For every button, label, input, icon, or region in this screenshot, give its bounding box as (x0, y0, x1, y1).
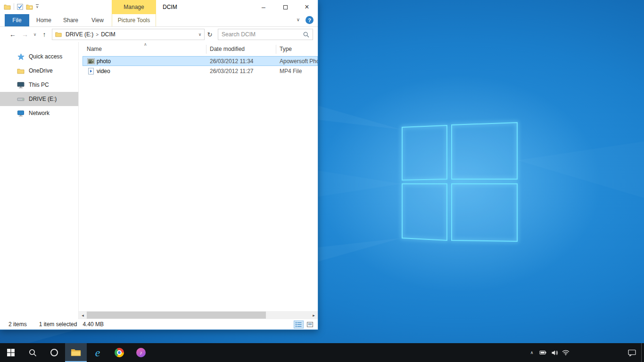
start-button[interactable] (0, 343, 22, 362)
file-type: MP4 File (280, 68, 318, 74)
breadcrumb-folder[interactable]: DCIM (99, 31, 117, 38)
manage-contextual-group[interactable]: Manage (112, 0, 156, 14)
tray-show-hidden-icons-chevron-icon[interactable]: ∧ (526, 343, 537, 362)
taskbar-chrome-button[interactable] (108, 343, 130, 362)
sidebar-item-this-pc[interactable]: This PC (0, 78, 78, 92)
explorer-main: Quick access OneDrive This PC DRIVE (E:) (0, 42, 318, 319)
logo-pane-top-left (402, 125, 447, 180)
close-button[interactable]: × (296, 0, 318, 14)
breadcrumb-drive[interactable]: DRIVE (E:) (64, 31, 95, 38)
sidebar-item-label: Quick access (29, 53, 62, 60)
logo-pane-bottom-right (452, 184, 517, 241)
windows-start-icon (7, 349, 15, 356)
column-headers: ∧ Name Date modified Type (79, 43, 318, 55)
file-date-modified: 26/03/2012 11:34 (210, 58, 254, 65)
file-explorer-icon (71, 348, 81, 356)
taskbar-internet-explorer-button[interactable]: e (87, 343, 108, 362)
network-icon (17, 109, 25, 117)
taskbar-file-explorer-button[interactable] (65, 343, 87, 362)
address-dropdown-chevron-icon[interactable]: ∨ (196, 32, 204, 37)
action-center-button[interactable] (622, 343, 641, 362)
ribbon-tab-row: File Home Share View Picture Tools ∨ ? (0, 14, 318, 27)
qat-customize-chevron-icon[interactable]: ∨ (36, 4, 39, 9)
volume-icon[interactable] (549, 343, 560, 362)
file-row-video[interactable]: video 26/03/2012 11:27 MP4 File (79, 66, 318, 76)
forward-button[interactable]: → (19, 31, 31, 38)
address-box[interactable]: DRIVE (E:) > DCIM ∨ (52, 29, 205, 40)
sidebar-item-onedrive[interactable]: OneDrive (0, 64, 78, 78)
address-bar: ← → ∨ ↑ DRIVE (E:) > DCIM ∨ ↻ (0, 27, 318, 42)
scroll-right-arrow-icon[interactable]: ▸ (310, 311, 318, 319)
cortana-icon (50, 349, 58, 356)
sidebar-item-drive-e[interactable]: DRIVE (E:) (0, 92, 78, 106)
photo-file-icon (87, 58, 95, 64)
logo-pane-bottom-left (402, 184, 447, 240)
file-type: Apowersoft Pho (280, 58, 318, 65)
column-header-date-modified[interactable]: Date modified (210, 46, 245, 52)
large-icons-view-icon (307, 322, 313, 327)
itunes-icon: ♪ (136, 348, 146, 357)
view-toggles (294, 321, 315, 329)
battery-icon[interactable] (537, 343, 549, 362)
tab-picture-tools[interactable]: Picture Tools (112, 14, 156, 26)
search-input[interactable] (218, 31, 303, 38)
show-desktop-button[interactable] (641, 343, 644, 362)
taskbar-itunes-button[interactable]: ♪ (130, 343, 152, 362)
sidebar-item-network[interactable]: Network (0, 106, 78, 120)
minimize-button[interactable]: – (253, 0, 274, 14)
details-view-icon (296, 322, 302, 327)
tab-home[interactable]: Home (33, 14, 55, 26)
navigation-pane: Quick access OneDrive This PC DRIVE (E:) (0, 42, 79, 319)
quick-access-star-icon (17, 53, 25, 60)
close-icon: × (305, 3, 309, 11)
search-icon[interactable] (303, 32, 309, 38)
qat-properties-icon[interactable] (17, 4, 23, 10)
scrollbar-thumb[interactable] (87, 312, 266, 319)
qat-new-folder-icon[interactable] (26, 4, 33, 10)
recent-locations-chevron-icon[interactable]: ∨ (31, 32, 39, 37)
quick-access-toolbar: ∨ (4, 3, 39, 10)
taskbar-search-button[interactable] (22, 343, 43, 362)
search-icon (29, 349, 37, 357)
explorer-app-icon (4, 4, 11, 10)
details-view-button[interactable] (294, 321, 304, 329)
selection-count: 1 item selected (39, 321, 77, 328)
search-box (218, 29, 313, 40)
file-rows: photo 26/03/2012 11:34 Apowersoft Pho vi… (79, 56, 318, 76)
sidebar-item-label: OneDrive (29, 67, 53, 74)
drive-icon (17, 95, 25, 103)
cortana-button[interactable] (43, 343, 65, 362)
file-date-modified: 26/03/2012 11:27 (210, 68, 254, 74)
ribbon-collapse-chevron-icon[interactable]: ∨ (297, 17, 300, 22)
video-file-icon (87, 68, 95, 74)
taskbar: e ♪ ∧ (0, 343, 644, 362)
column-separator[interactable] (276, 45, 276, 54)
column-separator[interactable] (206, 45, 206, 54)
refresh-button[interactable]: ↻ (205, 31, 215, 38)
help-button[interactable]: ? (305, 16, 314, 24)
file-list: ∧ Name Date modified Type photo 26/03/20… (79, 42, 318, 319)
horizontal-scrollbar[interactable]: ◂ ▸ (79, 311, 318, 319)
logo-pane-top-right (452, 123, 517, 179)
column-header-type[interactable]: Type (280, 46, 292, 52)
large-icons-view-button[interactable] (305, 321, 315, 329)
minimize-icon: – (262, 3, 265, 11)
back-button[interactable]: ← (7, 31, 19, 38)
network-wifi-icon[interactable] (560, 343, 571, 362)
file-row-photo[interactable]: photo 26/03/2012 11:34 Apowersoft Pho (79, 56, 318, 66)
item-count: 2 items (8, 321, 27, 328)
maximize-button[interactable] (274, 0, 296, 14)
sidebar-item-quick-access[interactable]: Quick access (0, 49, 78, 64)
qat-separator (14, 3, 14, 10)
tab-file[interactable]: File (5, 14, 29, 26)
scroll-left-arrow-icon[interactable]: ◂ (79, 311, 87, 319)
monitor-icon (17, 81, 25, 89)
window-controls: – × (253, 0, 318, 14)
system-tray: ∧ (526, 343, 644, 362)
sort-ascending-icon: ∧ (144, 42, 147, 47)
up-button[interactable]: ↑ (39, 31, 50, 38)
file-name: video (97, 68, 110, 74)
column-header-name[interactable]: Name (87, 46, 102, 52)
tab-share[interactable]: Share (58, 14, 83, 26)
tab-view[interactable]: View (87, 14, 108, 26)
